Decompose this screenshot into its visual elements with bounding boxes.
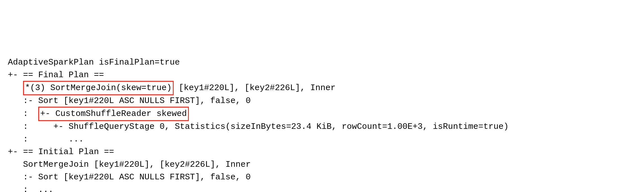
line-text: ...: [38, 185, 53, 192]
plan-line: :- Sort [key1#220L ASC NULLS FIRST], fal…: [8, 171, 636, 184]
plan-line: : +- CustomShuffleReader skewed: [8, 107, 636, 120]
line-prefix: +-: [8, 147, 23, 157]
line-prefix: [8, 83, 23, 93]
plan-line: *(3) SortMergeJoin(skew=true) [key1#220L…: [8, 81, 636, 95]
line-text: Sort [key1#220L ASC NULLS FIRST], false,…: [38, 96, 251, 106]
plan-line: +- == Initial Plan ==: [8, 146, 636, 158]
line-prefix: :: [8, 109, 38, 118]
plan-line: +- == Final Plan ==: [8, 69, 636, 81]
plan-line: SortMergeJoin [key1#220L], [key2#226L], …: [8, 158, 636, 171]
plan-line: : ...: [8, 133, 636, 146]
line-text: == Final Plan ==: [23, 70, 104, 80]
line-text: Sort [key1#220L ASC NULLS FIRST], false,…: [38, 172, 251, 182]
line-prefix: :: [8, 185, 38, 192]
line-text: SortMergeJoin [key1#220L], [key2#226L], …: [23, 160, 251, 169]
plan-line: AdaptiveSparkPlan isFinalPlan=true: [8, 56, 636, 69]
line-prefix: +-: [8, 70, 23, 80]
plan-line: : ...: [8, 184, 636, 192]
line-prefix: :-: [8, 96, 38, 106]
spark-plan-output: AdaptiveSparkPlan isFinalPlan=true+- == …: [8, 56, 636, 192]
plan-line: : +- ShuffleQueryStage 0, Statistics(siz…: [8, 120, 636, 133]
line-prefix: :-: [8, 172, 38, 182]
line-prefix: :: [8, 134, 69, 144]
line-text: ...: [69, 134, 84, 144]
line-text: == Initial Plan ==: [23, 147, 114, 157]
highlight-box: *(3) SortMergeJoin(skew=true): [23, 81, 174, 95]
line-text: +- ShuffleQueryStage 0, Statistics(sizeI…: [53, 122, 509, 131]
line-prefix: [8, 160, 23, 169]
line-prefix: :: [8, 122, 53, 131]
line-text: AdaptiveSparkPlan isFinalPlan=true: [8, 58, 180, 67]
line-text-after: [key1#220L], [key2#226L], Inner: [174, 83, 335, 93]
plan-line: :- Sort [key1#220L ASC NULLS FIRST], fal…: [8, 95, 636, 107]
highlight-box: +- CustomShuffleReader skewed: [38, 107, 189, 121]
